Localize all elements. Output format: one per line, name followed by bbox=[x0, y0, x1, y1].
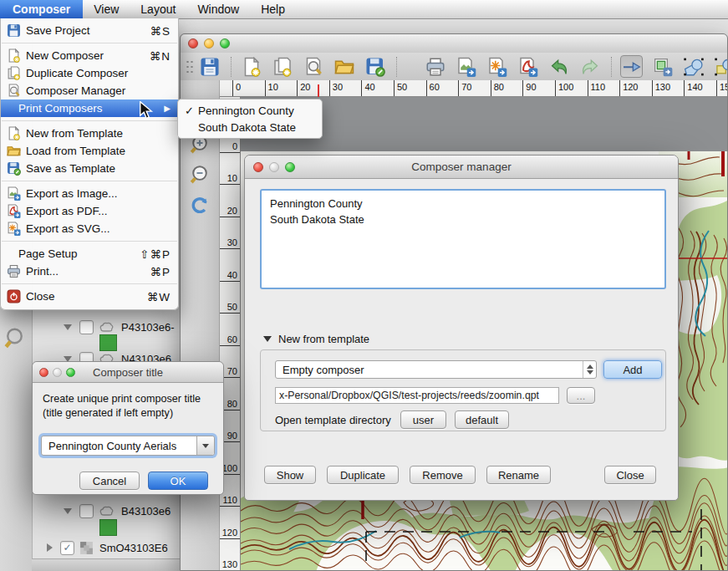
redo-icon[interactable] bbox=[578, 55, 601, 78]
user-button[interactable]: user bbox=[400, 410, 446, 429]
remove-button[interactable]: Remove bbox=[410, 466, 476, 484]
menu-item-export-as-pdf[interactable]: Export as PDF... bbox=[1, 202, 178, 220]
close-button[interactable]: Close bbox=[604, 466, 656, 484]
composer-manager-icon[interactable] bbox=[302, 55, 324, 78]
duplicate-button[interactable]: Duplicate bbox=[327, 466, 399, 484]
layer-checkbox[interactable]: ✓ bbox=[60, 541, 74, 555]
duplicate-composer-icon[interactable] bbox=[271, 55, 293, 78]
composer-menu: Save Project ⌘S New Composer ⌘N Duplicat… bbox=[0, 18, 179, 310]
layer-row-b43103e6[interactable]: B43103e6 bbox=[64, 502, 171, 519]
menu-item-save-as-template[interactable]: Save as Template bbox=[1, 160, 178, 177]
new-composer-icon[interactable] bbox=[240, 55, 262, 78]
menu-item-page-setup[interactable]: Page Setup ⇧⌘P bbox=[1, 245, 178, 263]
menubar-item-window[interactable]: Window bbox=[186, 0, 250, 18]
layer-row-p43103e6[interactable]: P43103e6- bbox=[64, 319, 175, 335]
menubar-item-help[interactable]: Help bbox=[250, 0, 296, 18]
composer-manager-titlebar[interactable]: Composer manager bbox=[245, 155, 678, 179]
disclosure-triangle-icon[interactable] bbox=[263, 336, 272, 342]
save-icon[interactable] bbox=[198, 55, 221, 78]
menu-item-duplicate-composer[interactable]: Duplicate Composer bbox=[1, 64, 178, 82]
ok-button[interactable]: OK bbox=[148, 472, 208, 490]
close-icon bbox=[7, 289, 21, 303]
menu-item-new-composer[interactable]: New Composer ⌘N bbox=[1, 47, 178, 64]
select-items-icon[interactable] bbox=[682, 55, 705, 78]
composer-manager-dialog: Composer manager Pennington CountySouth … bbox=[244, 155, 679, 501]
expand-triangle-icon[interactable] bbox=[64, 508, 72, 514]
layer-checkbox[interactable] bbox=[79, 504, 94, 518]
template-path-field[interactable]: x-Personal/Dropbox/QGIS/test-projects/re… bbox=[275, 387, 559, 404]
layer-swatch[interactable] bbox=[99, 334, 117, 351]
toolbar-drag-handle[interactable] bbox=[186, 59, 193, 74]
undo-icon[interactable] bbox=[547, 55, 570, 78]
menubar-item-layout[interactable]: Layout bbox=[130, 0, 186, 18]
menubar-item-view[interactable]: View bbox=[83, 0, 130, 18]
composer-title-combo[interactable]: Pennington County Aerials bbox=[41, 436, 215, 456]
layer-group-icon bbox=[99, 321, 115, 334]
menu-item-composer-manager[interactable]: Composer Manager bbox=[1, 82, 178, 99]
composer-list-item[interactable]: Pennington County bbox=[262, 196, 664, 212]
horizontal-ruler: 0102030405060708090100110120130140150 bbox=[220, 80, 727, 97]
menu-separator bbox=[2, 241, 177, 242]
toolbar-separator bbox=[231, 57, 232, 77]
composer-manager-icon bbox=[7, 84, 21, 98]
save-project-icon bbox=[7, 23, 21, 38]
collapse-triangle-icon[interactable] bbox=[47, 543, 53, 552]
menu-separator bbox=[2, 181, 177, 181]
ruler-tick: 60 bbox=[220, 314, 240, 346]
composer-list[interactable]: Pennington CountySouth Dakota State bbox=[260, 189, 666, 289]
magnifier-tool-icon[interactable] bbox=[3, 326, 28, 351]
menu-separator bbox=[2, 43, 177, 43]
refresh-icon[interactable] bbox=[187, 192, 212, 217]
group-items-icon[interactable] bbox=[651, 55, 674, 78]
menu-item-print[interactable]: Print... ⌘P bbox=[1, 263, 178, 280]
menu-item-new-from-template[interactable]: New from Template bbox=[1, 125, 178, 142]
close-traffic-light[interactable] bbox=[188, 38, 198, 48]
open-template-directory-label: Open template directory bbox=[275, 414, 391, 426]
composer-title-titlebar[interactable]: Composer title bbox=[33, 362, 223, 383]
layer-swatch[interactable] bbox=[99, 519, 117, 536]
save-as-template-icon[interactable] bbox=[364, 55, 386, 78]
composer-list-item[interactable]: South Dakota State bbox=[262, 212, 664, 227]
menu-item-export-as-image[interactable]: Export as Image... bbox=[1, 185, 178, 202]
ruler-tick: 120 bbox=[619, 80, 652, 96]
show-button[interactable]: Show bbox=[264, 466, 316, 484]
combo-dropdown-icon[interactable] bbox=[196, 436, 214, 455]
template-combo[interactable]: Empty composer bbox=[275, 360, 597, 379]
zoom-to-items-icon[interactable] bbox=[713, 55, 728, 78]
checkmark-icon: ✓ bbox=[185, 105, 198, 117]
export-pdf-icon[interactable] bbox=[517, 55, 539, 78]
print-icon[interactable] bbox=[424, 55, 446, 78]
new-from-template-header[interactable]: New from template bbox=[263, 333, 369, 345]
zoom-traffic-light[interactable] bbox=[220, 38, 230, 48]
combo-stepper-icon[interactable] bbox=[583, 361, 596, 378]
composer-left-toolbar bbox=[181, 80, 220, 570]
open-folder-icon[interactable] bbox=[333, 55, 355, 78]
menu-item-load-from-template[interactable]: Load from Template bbox=[1, 142, 178, 160]
menubar-item-composer[interactable]: Composer bbox=[0, 0, 83, 18]
add-button[interactable]: Add bbox=[603, 360, 662, 379]
cancel-button[interactable]: Cancel bbox=[79, 472, 140, 490]
ruler-tick: 90 bbox=[522, 80, 555, 96]
ruler-tick: 70 bbox=[458, 80, 491, 96]
submenu-item-pennington-county[interactable]: ✓ Pennington County bbox=[178, 102, 322, 119]
ruler-tick: 20 bbox=[220, 185, 240, 217]
composer-window-titlebar[interactable] bbox=[181, 34, 727, 54]
submenu-item-south-dakota-state[interactable]: South Dakota State bbox=[178, 119, 322, 135]
template-path-value: x-Personal/Dropbox/QGIS/test-projects/re… bbox=[279, 390, 539, 401]
export-image-icon[interactable] bbox=[455, 55, 477, 78]
ruler-tick: 140 bbox=[684, 80, 716, 96]
menu-item-save-project[interactable]: Save Project ⌘S bbox=[1, 22, 178, 39]
browse-button[interactable]: ... bbox=[567, 387, 595, 404]
move-item-content-icon[interactable] bbox=[620, 55, 643, 78]
default-button[interactable]: default bbox=[455, 410, 509, 429]
zoom-out-icon[interactable] bbox=[187, 162, 212, 187]
layer-checkbox[interactable] bbox=[79, 320, 94, 334]
expand-triangle-icon[interactable] bbox=[64, 324, 72, 330]
menu-item-export-as-svg[interactable]: Export as SVG... bbox=[1, 220, 178, 237]
ruler-tick: 40 bbox=[220, 249, 240, 282]
minimize-traffic-light[interactable] bbox=[204, 38, 214, 48]
rename-button[interactable]: Rename bbox=[486, 466, 551, 484]
layer-row-smo43103e6[interactable]: ✓ SmO43103E6 bbox=[47, 539, 168, 556]
export-svg-icon[interactable] bbox=[486, 55, 508, 78]
menu-item-close[interactable]: Close ⌘W bbox=[1, 288, 178, 305]
